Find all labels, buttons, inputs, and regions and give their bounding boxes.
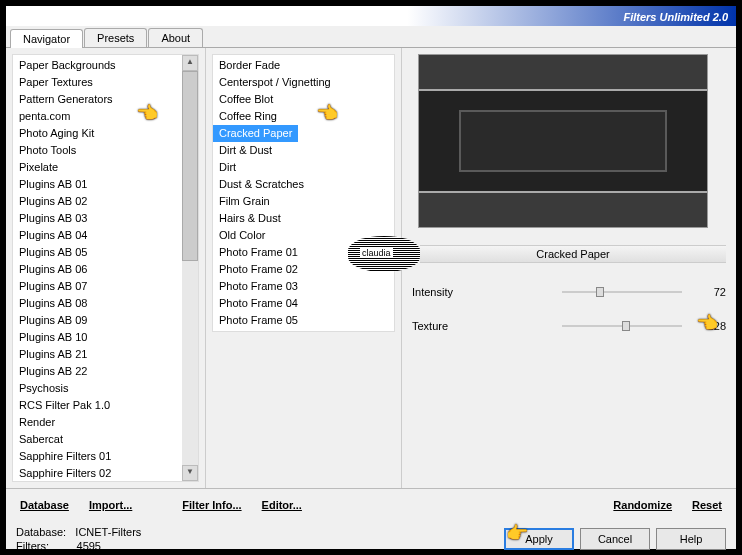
filter-list[interactable]: Border FadeCenterspot / VignettingCoffee… bbox=[213, 55, 394, 331]
list-item[interactable]: Paper Backgrounds bbox=[13, 57, 182, 74]
main-content: Paper BackgroundsPaper TexturesPattern G… bbox=[6, 48, 736, 488]
scroll-down-icon[interactable]: ▼ bbox=[182, 465, 198, 481]
link-bar: Database Import... Filter Info... Editor… bbox=[6, 488, 736, 521]
app-window: Filters Unlimited 2.0 Navigator Presets … bbox=[5, 5, 737, 550]
list-item[interactable]: Coffee Ring bbox=[213, 108, 394, 125]
import-link[interactable]: Import... bbox=[79, 495, 142, 515]
reset-link[interactable]: Reset bbox=[682, 495, 732, 515]
list-item[interactable]: Centerspot / Vignetting bbox=[213, 74, 394, 91]
tab-navigator[interactable]: Navigator bbox=[10, 29, 83, 48]
category-scrollbar[interactable]: ▲ ▼ bbox=[182, 55, 198, 481]
filters-count-label: Filters: bbox=[16, 540, 49, 552]
list-item[interactable]: Plugins AB 03 bbox=[13, 210, 182, 227]
cancel-button[interactable]: Cancel bbox=[580, 528, 650, 550]
intensity-label: Intensity bbox=[412, 286, 554, 298]
preview-image bbox=[418, 54, 708, 228]
scroll-up-icon[interactable]: ▲ bbox=[182, 55, 198, 71]
database-link[interactable]: Database bbox=[10, 495, 79, 515]
list-item[interactable]: Border Fade bbox=[213, 57, 394, 74]
editor-link[interactable]: Editor... bbox=[252, 495, 312, 515]
tab-about[interactable]: About bbox=[148, 28, 203, 47]
list-item[interactable]: Plugins AB 09 bbox=[13, 312, 182, 329]
status-bar: Database: ICNET-Filters Filters: 4595 Ap… bbox=[6, 521, 736, 553]
list-item[interactable]: Plugins AB 05 bbox=[13, 244, 182, 261]
randomize-link[interactable]: Randomize bbox=[603, 495, 682, 515]
tab-presets[interactable]: Presets bbox=[84, 28, 147, 47]
list-item[interactable]: Psychosis bbox=[13, 380, 182, 397]
list-item[interactable]: Plugins AB 07 bbox=[13, 278, 182, 295]
list-item[interactable]: Plugins AB 04 bbox=[13, 227, 182, 244]
list-item[interactable]: Film Grain bbox=[213, 193, 394, 210]
parameters: Intensity 72 Texture 128 bbox=[408, 286, 726, 332]
list-item[interactable]: Photo Frame 04 bbox=[213, 295, 394, 312]
list-item[interactable]: Hairs & Dust bbox=[213, 210, 394, 227]
author-logo bbox=[348, 236, 420, 272]
pointer-icon: 👈 bbox=[136, 102, 158, 124]
list-item[interactable]: Dirt & Dust bbox=[213, 142, 394, 159]
status-info: Database: ICNET-Filters Filters: 4595 bbox=[16, 525, 141, 553]
list-item[interactable]: Coffee Blot bbox=[213, 91, 394, 108]
list-item[interactable]: Sapphire Filters 02 bbox=[13, 465, 182, 481]
app-title: Filters Unlimited 2.0 bbox=[623, 11, 728, 23]
list-item[interactable]: Photo Tools bbox=[13, 142, 182, 159]
list-item[interactable]: Photo Frame 03 bbox=[213, 278, 394, 295]
db-value: ICNET-Filters bbox=[75, 526, 141, 538]
pointer-icon: 👈 bbox=[696, 312, 718, 334]
list-item[interactable]: Photo Aging Kit bbox=[13, 125, 182, 142]
intensity-slider[interactable] bbox=[562, 291, 682, 293]
filterinfo-link[interactable]: Filter Info... bbox=[172, 495, 251, 515]
filter-name-label: Cracked Paper bbox=[420, 245, 726, 263]
list-item[interactable]: Paper Textures bbox=[13, 74, 182, 91]
list-item[interactable]: Plugins AB 08 bbox=[13, 295, 182, 312]
list-item[interactable]: Plugins AB 02 bbox=[13, 193, 182, 210]
category-pane: Paper BackgroundsPaper TexturesPattern G… bbox=[6, 48, 206, 488]
action-buttons: Apply Cancel Help bbox=[504, 528, 726, 550]
db-label: Database: bbox=[16, 526, 66, 538]
preview-pane: Cracked Paper Intensity 72 Texture 128 bbox=[402, 48, 736, 488]
list-item[interactable]: Photo Frame 05 bbox=[213, 312, 394, 329]
list-item[interactable]: Cracked Paper bbox=[213, 125, 298, 142]
texture-label: Texture bbox=[412, 320, 554, 332]
list-item[interactable]: Plugins AB 22 bbox=[13, 363, 182, 380]
help-button[interactable]: Help bbox=[656, 528, 726, 550]
list-item[interactable]: Dust & Scratches bbox=[213, 176, 394, 193]
texture-slider[interactable] bbox=[562, 325, 682, 327]
list-item[interactable]: RCS Filter Pak 1.0 bbox=[13, 397, 182, 414]
list-item[interactable]: Plugins AB 06 bbox=[13, 261, 182, 278]
list-item[interactable]: Render bbox=[13, 414, 182, 431]
list-item[interactable]: Plugins AB 21 bbox=[13, 346, 182, 363]
pointer-icon: 👈 bbox=[316, 102, 338, 124]
list-item[interactable]: Plugins AB 01 bbox=[13, 176, 182, 193]
intensity-value: 72 bbox=[696, 286, 726, 298]
filters-count-value: 4595 bbox=[77, 540, 101, 552]
list-item[interactable]: Plugins AB 10 bbox=[13, 329, 182, 346]
scroll-thumb[interactable] bbox=[182, 71, 198, 261]
list-item[interactable]: Sabercat bbox=[13, 431, 182, 448]
list-item[interactable]: Pixelate bbox=[13, 159, 182, 176]
list-item[interactable]: Sapphire Filters 01 bbox=[13, 448, 182, 465]
tab-bar: Navigator Presets About bbox=[6, 28, 736, 48]
pointer-icon: 👉 bbox=[506, 522, 528, 544]
list-item[interactable]: Dirt bbox=[213, 159, 394, 176]
title-bar: Filters Unlimited 2.0 bbox=[6, 6, 736, 26]
